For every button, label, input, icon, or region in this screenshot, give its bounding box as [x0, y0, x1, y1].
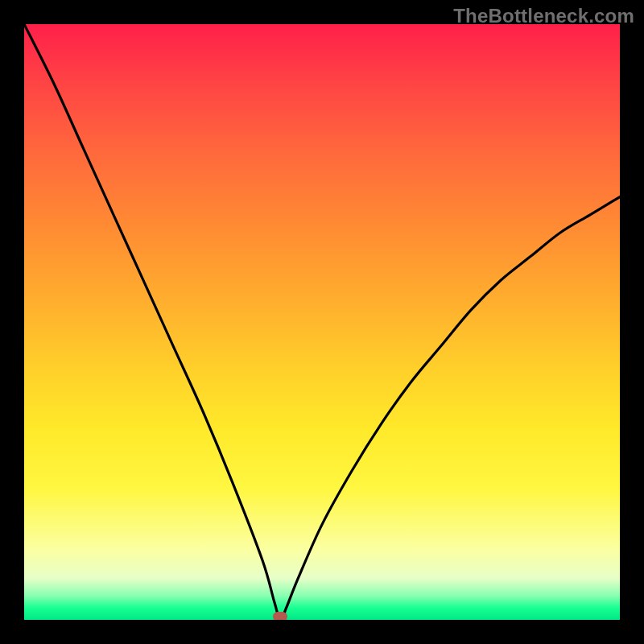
- optimal-point-marker: [273, 612, 287, 620]
- watermark-text: TheBottleneck.com: [453, 5, 634, 27]
- chart-frame: TheBottleneck.com: [0, 0, 644, 644]
- bottleneck-curve: [24, 24, 620, 620]
- plot-area: [24, 24, 620, 620]
